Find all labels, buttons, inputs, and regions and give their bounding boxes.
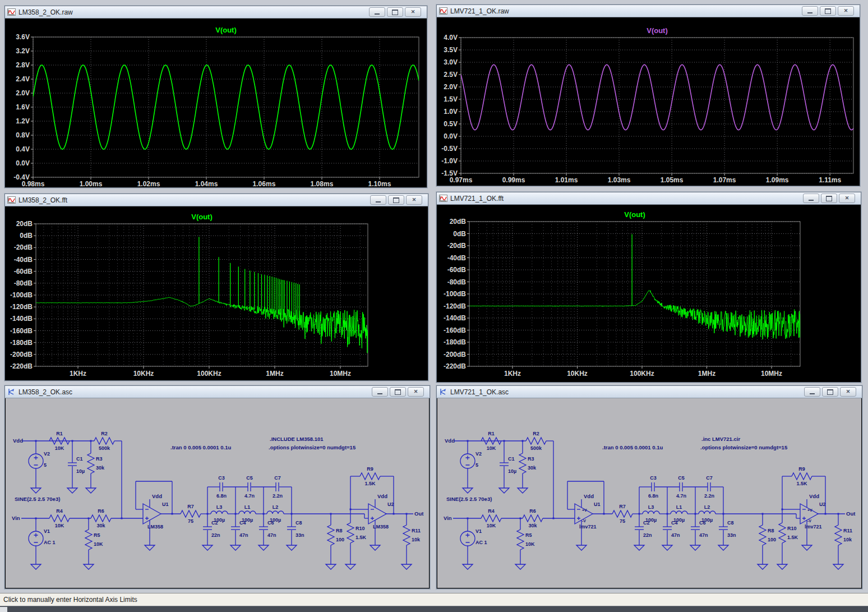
- svg-text:3.5V: 3.5V: [444, 46, 458, 54]
- minimize-button[interactable]: [802, 6, 818, 16]
- tr-plot[interactable]: 4.0V3.5V3.0V2.5V2.0V1.5V1.0V0.5V0.0V-0.5…: [437, 17, 859, 185]
- restore-button[interactable]: [387, 7, 403, 17]
- schematic[interactable]: V25R110KR2500kC110µR330kV1AC 1R410KR510K…: [437, 398, 859, 587]
- svg-text:10K: 10K: [55, 445, 64, 451]
- window-lmv721-schematic: LMV721_1_OK.asc ✕ V25R110KR2500kC110µR33…: [436, 385, 862, 589]
- title-bar[interactable]: LMV721_1_OK.raw ✕: [437, 5, 860, 17]
- title-bar[interactable]: LM358_2_OK.fft ✕: [5, 194, 428, 206]
- schematic[interactable]: V25R110KR2500kC110µR330kV1AC 1R410KR510K…: [6, 398, 427, 587]
- waveform-plot-area[interactable]: 3.6V3.2V2.8V2.4V2.0V1.6V1.2V0.8V0.4V0.0V…: [6, 19, 426, 187]
- svg-text:R11: R11: [843, 528, 852, 533]
- svg-text:1.5V: 1.5V: [444, 95, 458, 103]
- svg-text:500k: 500k: [99, 445, 110, 451]
- svg-text:1.00ms: 1.00ms: [80, 180, 103, 187]
- svg-text:-80dB: -80dB: [14, 279, 33, 287]
- close-button[interactable]: ✕: [405, 7, 421, 17]
- svg-text:10K: 10K: [55, 523, 64, 528]
- svg-text:R10: R10: [787, 526, 797, 531]
- svg-text:1.5K: 1.5K: [787, 535, 798, 540]
- svg-text:R5: R5: [94, 532, 100, 538]
- svg-text:-180dB: -180dB: [444, 338, 466, 346]
- minimize-button[interactable]: [372, 387, 388, 397]
- svg-text:75: 75: [620, 518, 625, 524]
- window-lm358-raw: LM358_2_OK.raw ✕ 3.6V3.2V2.8V2.4V2.0V1.6…: [4, 6, 427, 188]
- svg-text:AC 1: AC 1: [44, 540, 56, 545]
- svg-text:+V: +V: [807, 508, 812, 512]
- svg-text:1.5K: 1.5K: [364, 481, 376, 486]
- svg-text:1.04ms: 1.04ms: [195, 180, 218, 187]
- title-bar[interactable]: LMV721_1_OK.asc ✕: [437, 386, 862, 398]
- close-button[interactable]: ✕: [406, 195, 422, 205]
- status-bar[interactable]: Click to manually enter Horizontal Axis …: [0, 593, 868, 606]
- fft-plot-area[interactable]: 20dB0dB-20dB-40dB-60dB-80dB-100dB-120dB-…: [6, 206, 427, 380]
- svg-text:R9: R9: [798, 466, 805, 472]
- minimize-button[interactable]: [804, 387, 820, 397]
- svg-text:30k: 30k: [96, 465, 105, 471]
- title-bar[interactable]: LMV721_1_OK.fft ✕: [437, 192, 861, 205]
- svg-text:L1: L1: [676, 504, 682, 510]
- tl-plot[interactable]: 3.6V3.2V2.8V2.4V2.0V1.6V1.2V0.8V0.4V0.0V…: [6, 19, 426, 187]
- svg-text:0dB: 0dB: [453, 230, 466, 238]
- svg-text:-140dB: -140dB: [444, 314, 466, 322]
- restore-button[interactable]: [821, 194, 837, 203]
- svg-text:10MHz: 10MHz: [761, 370, 782, 378]
- restore-button[interactable]: [390, 387, 406, 397]
- svg-text:100KHz: 100KHz: [197, 370, 221, 378]
- close-button[interactable]: ✕: [839, 194, 855, 203]
- close-button[interactable]: ✕: [838, 6, 854, 16]
- svg-text:-200dB: -200dB: [10, 351, 33, 358]
- svg-text:10µ: 10µ: [508, 468, 516, 474]
- close-button[interactable]: ✕: [408, 387, 424, 397]
- svg-text:C4: C4: [671, 520, 678, 526]
- svg-text:1.01ms: 1.01ms: [555, 176, 578, 184]
- svg-text:4.7n: 4.7n: [676, 493, 686, 499]
- schematic-canvas[interactable]: V25R110KR2500kC110µR330kV1AC 1R410KR510K…: [6, 398, 429, 588]
- fft-plot-area[interactable]: 20dB0dB-20dB-40dB-60dB-80dB-100dB-120dB-…: [437, 205, 860, 381]
- svg-text:10k: 10k: [843, 537, 852, 542]
- svg-text:2.2n: 2.2n: [704, 493, 714, 499]
- restore-button[interactable]: [388, 195, 404, 205]
- window-title: LM358_2_OK.raw: [19, 8, 369, 16]
- svg-text:R11: R11: [412, 528, 421, 533]
- restore-button[interactable]: [822, 387, 838, 397]
- svg-text:100KHz: 100KHz: [630, 370, 654, 378]
- close-button[interactable]: ✕: [840, 387, 856, 397]
- svg-text:0.8V: 0.8V: [16, 131, 30, 139]
- svg-text:.tran 0 0.005 0.0001 0.1u: .tran 0 0.005 0.0001 0.1u: [602, 444, 663, 450]
- schematic-canvas[interactable]: V25R110KR2500kC110µR330kV1AC 1R410KR510K…: [437, 398, 861, 588]
- svg-text:1.5K: 1.5K: [796, 481, 807, 486]
- window-controls: ✕: [803, 194, 855, 203]
- svg-text:30k: 30k: [528, 465, 537, 471]
- svg-text:5: 5: [44, 462, 47, 468]
- minimize-button[interactable]: [369, 7, 385, 17]
- mr-plot[interactable]: 20dB0dB-20dB-40dB-60dB-80dB-100dB-120dB-…: [437, 205, 860, 381]
- svg-text:.inc LMV721.cir: .inc LMV721.cir: [701, 436, 740, 442]
- svg-text:1KHz: 1KHz: [70, 370, 86, 378]
- title-bar[interactable]: LM358_2_OK.raw ✕: [5, 6, 427, 19]
- title-bar[interactable]: LM358_2_OK.asc ✕: [5, 386, 430, 398]
- svg-text:20dB: 20dB: [16, 220, 33, 228]
- svg-text:1.08ms: 1.08ms: [311, 180, 334, 187]
- svg-text:-100dB: -100dB: [10, 291, 33, 299]
- waveform-icon: [439, 7, 448, 15]
- svg-text:1.0V: 1.0V: [444, 108, 458, 116]
- svg-text:6.8n: 6.8n: [216, 493, 227, 499]
- minimize-button[interactable]: [370, 195, 386, 205]
- svg-text:C6: C6: [267, 520, 274, 526]
- svg-text:Vin: Vin: [444, 515, 452, 521]
- minimize-button[interactable]: [803, 194, 819, 203]
- svg-text:Out: Out: [414, 510, 424, 517]
- svg-text:-V: -V: [582, 519, 586, 523]
- restore-button[interactable]: [820, 6, 836, 16]
- svg-text:1MHz: 1MHz: [698, 370, 715, 378]
- window-title: LMV721_1_OK.fft: [450, 195, 803, 203]
- svg-text:75: 75: [188, 518, 193, 524]
- svg-text:1.11ms: 1.11ms: [819, 176, 841, 184]
- waveform-plot-area[interactable]: 4.0V3.5V3.0V2.5V2.0V1.5V1.0V0.5V0.0V-0.5…: [437, 17, 859, 185]
- svg-text:-40dB: -40dB: [447, 254, 467, 262]
- svg-text:.options plotwinsize=0 numdgt=: .options plotwinsize=0 numdgt=15: [700, 444, 788, 450]
- svg-text:Vdd: Vdd: [152, 493, 162, 499]
- svg-text:0.0V: 0.0V: [16, 159, 30, 167]
- svg-text:V2: V2: [44, 451, 50, 457]
- ml-plot[interactable]: 20dB0dB-20dB-40dB-60dB-80dB-100dB-120dB-…: [6, 206, 427, 380]
